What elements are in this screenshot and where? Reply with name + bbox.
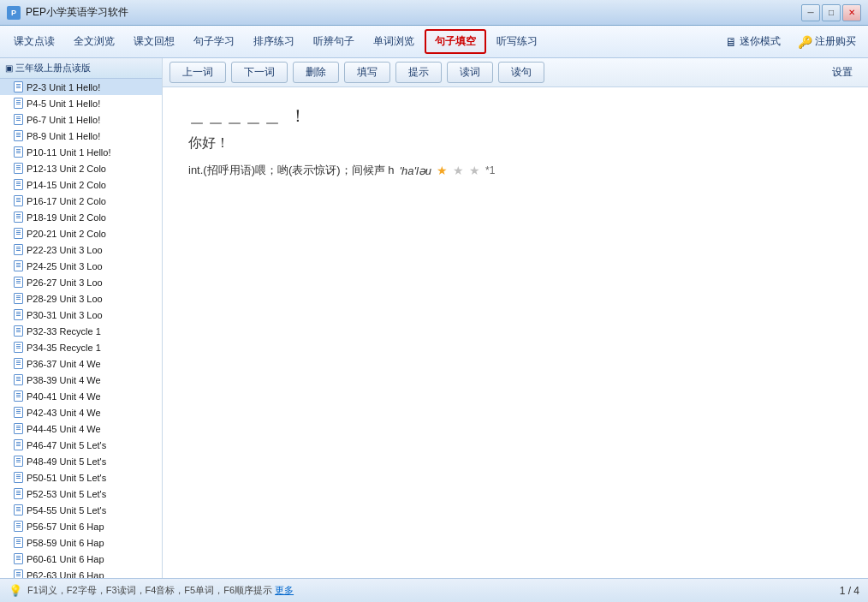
sidebar-item-label: P38-39 Unit 4 We bbox=[27, 375, 101, 385]
sidebar-item-label: P6-7 Unit 1 Hello! bbox=[27, 115, 100, 125]
sidebar-item[interactable]: P52-53 Unit 5 Let's bbox=[0, 486, 162, 502]
sidebar-item[interactable]: P60-61 Unit 6 Hap bbox=[0, 551, 162, 567]
sidebar-item[interactable]: P16-17 Unit 2 Colo bbox=[0, 193, 162, 209]
sidebar-item[interactable]: P20-21 Unit 2 Colo bbox=[0, 225, 162, 241]
doc-icon bbox=[14, 569, 23, 578]
app-icon: P bbox=[7, 6, 21, 20]
sidebar-item[interactable]: P30-31 Unit 3 Loo bbox=[0, 307, 162, 323]
content-area: 上一词 下一词 删除 填写 提示 读词 读句 设置 ＿＿＿＿＿ ！ 你好！ in… bbox=[163, 58, 868, 578]
sidebar-item[interactable]: P54-55 Unit 5 Let's bbox=[0, 502, 162, 518]
sidebar-item-label: P30-31 Unit 3 Loo bbox=[27, 310, 103, 320]
doc-icon bbox=[14, 277, 23, 288]
sidebar-item[interactable]: P8-9 Unit 1 Hello! bbox=[0, 128, 162, 144]
fill-button[interactable]: 填写 bbox=[344, 62, 390, 83]
title-bar: P PEP小学英语学习软件 ─ □ ✕ bbox=[0, 0, 868, 26]
sidebar-list[interactable]: P2-3 Unit 1 Hello!P4-5 Unit 1 Hello!P6-7… bbox=[0, 79, 162, 578]
main-layout: ▣ 三年级上册点读版 P2-3 Unit 1 Hello!P4-5 Unit 1… bbox=[0, 58, 868, 578]
doc-icon bbox=[14, 114, 23, 125]
minimize-button[interactable]: ─ bbox=[801, 4, 820, 21]
read-sentence-button[interactable]: 读句 bbox=[498, 62, 544, 83]
sidebar-item[interactable]: P24-25 Unit 3 Loo bbox=[0, 258, 162, 274]
sidebar-item[interactable]: P62-63 Unit 6 Hap bbox=[0, 567, 162, 578]
nav-full-browse[interactable]: 全文浏览 bbox=[65, 31, 123, 52]
nav-listen-write[interactable]: 听写练习 bbox=[488, 31, 546, 52]
sidebar-item[interactable]: P58-59 Unit 6 Hap bbox=[0, 534, 162, 551]
nav-lesson-read[interactable]: 课文点读 bbox=[5, 31, 63, 52]
sidebar-item-label: P52-53 Unit 5 Let's bbox=[27, 489, 106, 499]
sidebar: ▣ 三年级上册点读版 P2-3 Unit 1 Hello!P4-5 Unit 1… bbox=[0, 58, 163, 578]
sidebar-item-label: P46-47 Unit 5 Let's bbox=[27, 440, 106, 450]
sidebar-item-label: P28-29 Unit 3 Loo bbox=[27, 294, 103, 304]
sidebar-item[interactable]: P32-33 Recycle 1 bbox=[0, 323, 162, 339]
doc-icon bbox=[14, 293, 23, 304]
sidebar-item[interactable]: P6-7 Unit 1 Hello! bbox=[0, 111, 162, 128]
sidebar-item[interactable]: P34-35 Recycle 1 bbox=[0, 339, 162, 355]
sidebar-item[interactable]: P22-23 Unit 3 Loo bbox=[0, 241, 162, 258]
doc-icon bbox=[14, 342, 23, 353]
sidebar-item[interactable]: P46-47 Unit 5 Let's bbox=[0, 437, 162, 453]
sidebar-item-label: P40-41 Unit 4 We bbox=[27, 391, 101, 402]
nav-word-browse[interactable]: 单词浏览 bbox=[365, 31, 423, 52]
star-count: *1 bbox=[485, 164, 495, 176]
close-button[interactable]: ✕ bbox=[842, 4, 861, 21]
word-phonetic: 'ha'lәu bbox=[400, 164, 432, 177]
sidebar-item[interactable]: P2-3 Unit 1 Hello! bbox=[0, 79, 162, 95]
sidebar-item[interactable]: P44-45 Unit 4 We bbox=[0, 420, 162, 437]
prev-word-button[interactable]: 上一词 bbox=[169, 62, 226, 83]
sidebar-item[interactable]: P38-39 Unit 4 We bbox=[0, 372, 162, 388]
doc-icon bbox=[14, 81, 23, 92]
restore-button[interactable]: □ bbox=[822, 4, 841, 21]
sidebar-item[interactable]: P28-29 Unit 3 Loo bbox=[0, 290, 162, 307]
nav-listen-sentence[interactable]: 听辨句子 bbox=[305, 31, 363, 52]
register-icon: 🔑 bbox=[798, 35, 812, 49]
sidebar-item[interactable]: P14-15 Unit 2 Colo bbox=[0, 176, 162, 193]
nav-sentence-study[interactable]: 句子学习 bbox=[185, 31, 243, 52]
sidebar-item-label: P58-59 Unit 6 Hap bbox=[27, 538, 104, 548]
sidebar-item[interactable]: P10-11 Unit 1 Hello! bbox=[0, 144, 162, 160]
sidebar-item-label: P22-23 Unit 3 Loo bbox=[27, 245, 103, 255]
sidebar-item-label: P2-3 Unit 1 Hello! bbox=[27, 82, 100, 92]
mini-mode-icon: 🖥 bbox=[725, 35, 737, 49]
sidebar-item[interactable]: P18-19 Unit 2 Colo bbox=[0, 209, 162, 225]
sidebar-item[interactable]: P36-37 Unit 4 We bbox=[0, 355, 162, 372]
delete-button[interactable]: 删除 bbox=[293, 62, 339, 83]
settings-button[interactable]: 设置 bbox=[823, 63, 861, 82]
word-blank-line: ＿＿＿＿＿ ！ bbox=[188, 104, 842, 128]
sidebar-item[interactable]: P56-57 Unit 6 Hap bbox=[0, 518, 162, 534]
status-hint: F1词义，F2字母，F3读词，F4音标，F5单词，F6顺序提示 更多 bbox=[27, 584, 835, 597]
sidebar-item[interactable]: P48-49 Unit 5 Let's bbox=[0, 453, 162, 469]
nav-lesson-recall[interactable]: 课文回想 bbox=[125, 31, 183, 52]
sidebar-item-label: P50-51 Unit 5 Let's bbox=[27, 473, 106, 483]
more-hints-link[interactable]: 更多 bbox=[275, 585, 294, 595]
hint-icon: 💡 bbox=[9, 584, 22, 597]
page-indicator: 1 / 4 bbox=[840, 585, 859, 597]
sidebar-item[interactable]: P40-41 Unit 4 We bbox=[0, 388, 162, 404]
collapse-icon: ▣ bbox=[5, 63, 13, 73]
toolbar-strip: 上一词 下一词 删除 填写 提示 读词 读句 设置 bbox=[163, 58, 868, 87]
next-word-button[interactable]: 下一词 bbox=[231, 62, 288, 83]
nav-sentence-fill[interactable]: 句子填空 bbox=[425, 29, 486, 54]
doc-icon bbox=[14, 98, 23, 109]
sidebar-item-label: P62-63 Unit 6 Hap bbox=[27, 570, 104, 579]
mini-mode-button[interactable]: 🖥 迷你模式 bbox=[718, 31, 788, 52]
sidebar-item[interactable]: P26-27 Unit 3 Loo bbox=[0, 274, 162, 290]
sidebar-item-label: P44-45 Unit 4 We bbox=[27, 424, 101, 434]
doc-icon bbox=[14, 309, 23, 320]
hint-button[interactable]: 提示 bbox=[395, 62, 442, 83]
doc-icon bbox=[14, 358, 23, 369]
nav-sort-practice[interactable]: 排序练习 bbox=[245, 31, 303, 52]
sidebar-item-label: P26-27 Unit 3 Loo bbox=[27, 277, 103, 288]
star-1-icon: ★ bbox=[437, 164, 448, 177]
read-word-button[interactable]: 读词 bbox=[447, 62, 493, 83]
register-button[interactable]: 🔑 注册购买 bbox=[791, 31, 863, 52]
sidebar-item[interactable]: P50-51 Unit 5 Let's bbox=[0, 469, 162, 486]
sidebar-header[interactable]: ▣ 三年级上册点读版 bbox=[0, 58, 162, 79]
doc-icon bbox=[14, 456, 23, 467]
sidebar-item[interactable]: P12-13 Unit 2 Colo bbox=[0, 160, 162, 176]
sidebar-item[interactable]: P4-5 Unit 1 Hello! bbox=[0, 95, 162, 111]
sidebar-item-label: P24-25 Unit 3 Loo bbox=[27, 261, 103, 271]
window-controls: ─ □ ✕ bbox=[801, 4, 861, 21]
sidebar-item-label: P16-17 Unit 2 Colo bbox=[27, 196, 106, 206]
sidebar-item[interactable]: P42-43 Unit 4 We bbox=[0, 404, 162, 420]
word-chinese-meaning: 你好！ bbox=[188, 134, 842, 152]
